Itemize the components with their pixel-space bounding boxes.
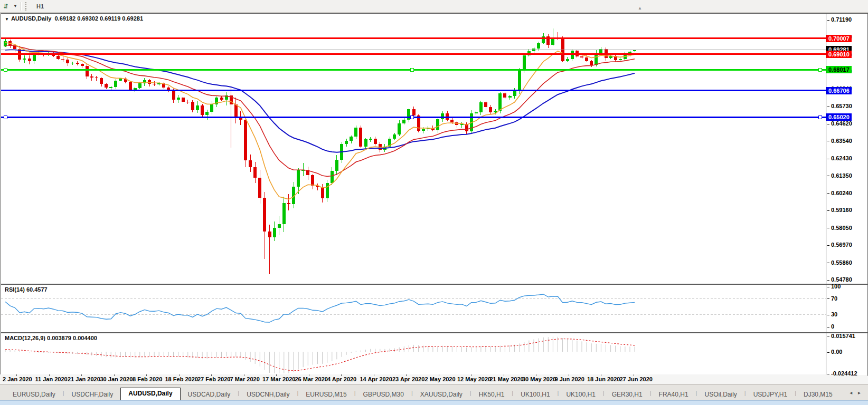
price-axis-tick: 0.59160: [827, 206, 852, 214]
rsi-label: RSI(14) 60.4577: [5, 286, 48, 293]
date-axis-label: 8 Feb 2020: [133, 376, 162, 382]
price-axis-tick: 0.64620: [827, 120, 852, 127]
level-price-badge: 0.66706: [826, 87, 852, 94]
chart-title: ▼AUDUSD,Daily 0.69182 0.69302 0.69119 0.…: [5, 15, 143, 22]
chart-tab-bar: EURUSD,Daily|USDCHF,DailyAUDUSD,DailyUSD…: [0, 384, 868, 401]
level-price-badge: 0.65020: [826, 113, 852, 121]
date-axis-label: 30 Jan 2020: [100, 376, 133, 382]
date-axis-label: 21 May 2020: [490, 376, 524, 382]
tabs-scroll-left-icon[interactable]: ◂: [850, 390, 852, 396]
date-axis-label: 21 Jan 2020: [68, 376, 100, 382]
date-axis-label: 27 Jun 2020: [620, 376, 653, 382]
chart-tab-dj30-m15[interactable]: DJ30,M15: [796, 389, 840, 401]
level-price-badge: 0.68017: [826, 66, 852, 73]
price-axis-tick: 0.62430: [827, 155, 852, 162]
chart-tab-usdcnh-daily[interactable]: USDCNH,Daily: [239, 389, 297, 401]
chart-tab-hk50-h1[interactable]: HK50,H1: [471, 389, 512, 401]
date-axis-label: 4 Apr 2020: [327, 376, 356, 382]
chart-tab-ger30-h1[interactable]: GER30,H1: [605, 389, 650, 401]
level-price-badge: 0.70007: [826, 35, 852, 42]
mt4-chart-window: ⇵ ▼ M1M5M15M30H1H4D1W1MN ▲ ▼AUDUSD,Daily…: [0, 0, 868, 405]
date-axis-label: 12 May 2020: [457, 376, 491, 382]
tab-scroll-arrows: ◂ ▸: [845, 390, 868, 396]
date-axis-label: 27 Feb 2020: [197, 376, 230, 382]
macd-label: MACD(12,26,9) 0.003879 0.004400: [5, 335, 97, 341]
rsi-axis-tick: 70: [827, 295, 837, 302]
toolbar-separator: [21, 2, 22, 11]
macd-indicator-panel: MACD(12,26,9) 0.003879 0.004400 0.015741…: [1, 333, 868, 375]
price-chart-panel: ▼AUDUSD,Daily 0.69182 0.69302 0.69119 0.…: [1, 13, 868, 284]
chart-tab-audusd-daily[interactable]: AUDUSD,Daily: [120, 388, 180, 401]
date-axis-label: 2 May 2020: [425, 376, 456, 382]
price-axis: 0.711900.700800.689700.679200.668400.657…: [826, 14, 867, 284]
chart-dropdown-icon[interactable]: ▼: [5, 17, 9, 22]
toolbar-drag-handle[interactable]: [25, 2, 29, 11]
price-chart-canvas[interactable]: [1, 14, 826, 283]
date-axis-label: 9 Jun 2020: [555, 376, 584, 382]
rsi-canvas[interactable]: [1, 285, 826, 331]
macd-canvas[interactable]: [1, 333, 826, 374]
macd-axis-tick: 0.00: [827, 348, 842, 355]
price-axis-tick: 0.60240: [827, 189, 852, 197]
rsi-axis-tick: 100: [827, 283, 841, 290]
date-axis: 2 Jan 202011 Jan 202021 Jan 202030 Jan 2…: [1, 374, 867, 384]
rsi-indicator-panel: RSI(14) 60.4577 10070300: [1, 284, 868, 333]
date-axis-label: 14 Apr 2020: [360, 376, 392, 382]
price-axis-tick: 0.65730: [827, 102, 852, 110]
rsi-axis-tick: 0: [827, 323, 834, 330]
rsi-axis: 10070300: [826, 285, 867, 332]
macd-axis-tick: 0.015741: [827, 332, 855, 340]
chart-tab-usdcad-daily[interactable]: USDCAD,Daily: [181, 389, 238, 401]
price-axis-tick: 0.71190: [827, 16, 852, 23]
chart-tab-eurusd-daily[interactable]: EURUSD,Daily: [5, 389, 63, 401]
macd-axis: 0.0157410.00-0.024412: [826, 333, 867, 375]
chart-ohlc-values: 0.69182 0.69302 0.69119 0.69281: [54, 15, 143, 22]
rsi-axis-tick: 30: [827, 311, 837, 318]
date-axis-label: 7 Mar 2020: [230, 376, 260, 382]
chart-tab-xauusd-daily[interactable]: XAUUSD,Daily: [413, 389, 470, 401]
date-axis-label: 23 Apr 2020: [392, 376, 424, 382]
chart-tab-uk100-h1[interactable]: UK100,H1: [513, 389, 557, 401]
price-axis-tick: 0.61350: [827, 172, 852, 179]
chart-tabs: EURUSD,Daily|USDCHF,DailyAUDUSD,DailyUSD…: [0, 384, 840, 401]
date-axis-label: 30 May 2020: [522, 376, 556, 382]
toolbar-dropdown-icon[interactable]: ▼: [12, 4, 19, 8]
chart-tab-eurusd-m15[interactable]: EURUSD,M15: [298, 389, 354, 401]
date-axis-label: 2 Jan 2020: [3, 376, 32, 382]
timeframe-button-h1[interactable]: H1: [32, 2, 52, 11]
date-axis-label: 18 Feb 2020: [165, 376, 198, 382]
price-axis-tick: 0.63540: [827, 137, 852, 144]
price-axis-tick: 0.58050: [827, 224, 852, 232]
tabs-scroll-right-icon[interactable]: ▸: [858, 390, 861, 396]
price-axis-tick: 0.54780: [827, 276, 852, 283]
chart-tab-usdjpy-h1[interactable]: USDJPY,H1: [746, 389, 795, 401]
date-axis-label: 11 Jan 2020: [35, 376, 68, 382]
level-price-badge: 0.69010: [826, 51, 852, 58]
timeframe-toolbar: ⇵ ▼ M1M5M15M30H1H4D1W1MN ▲: [0, 0, 868, 13]
toolbar-overflow-icon[interactable]: ▲: [638, 6, 642, 11]
chart-tab-usoil-daily[interactable]: USOil,Daily: [697, 389, 744, 401]
price-axis-tick: 0.55860: [827, 259, 852, 266]
chart-tab-fra40-h1[interactable]: FRA40,H1: [652, 389, 696, 401]
chart-symbol-label: AUDUSD,Daily: [11, 15, 51, 22]
date-axis-label: 17 Mar 2020: [262, 376, 295, 382]
date-axis-label: 18 Jun 2020: [587, 376, 620, 382]
chart-tab-gbpusd-m30[interactable]: GBPUSD,M30: [356, 389, 411, 401]
chart-tab-uk100-h1[interactable]: UK100,H1: [559, 389, 602, 401]
date-axis-label: 26 Mar 2020: [295, 376, 328, 382]
macd-axis-tick: -0.024412: [827, 370, 857, 377]
chart-tab-usdchf-daily[interactable]: USDCHF,Daily: [64, 389, 121, 401]
chart-periods-icon[interactable]: ⇵: [0, 2, 12, 11]
price-axis-tick: 0.56970: [827, 241, 852, 248]
status-strip: [0, 400, 868, 405]
